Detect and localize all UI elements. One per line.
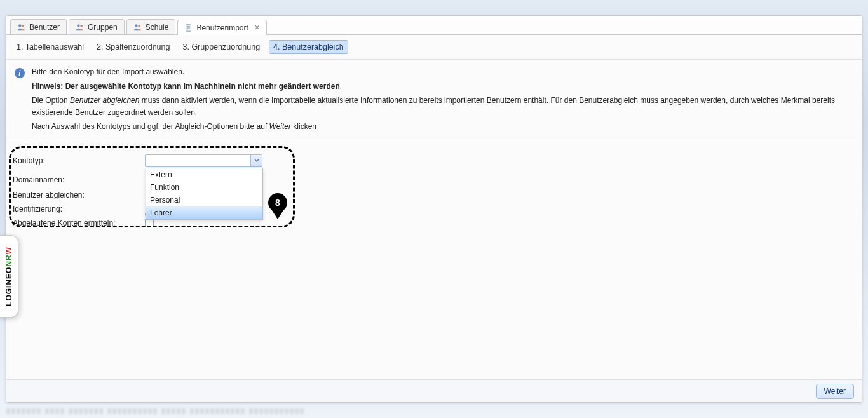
info-panel: i Bitte den Kontotyp für den Import ausw…	[6, 60, 862, 142]
info-line-1: Bitte den Kontotyp für den Import auswäh…	[32, 66, 854, 78]
row-abgleichen: Benutzer abgleichen:	[13, 191, 855, 199]
row-kontotyp: Kontotyp: Extern Funktion Personal Lehre…	[13, 151, 855, 170]
app-window: Benutzer Gruppen Schule Benutzerimport ✕…	[6, 15, 862, 403]
tab-label: Benutzerimport	[196, 24, 248, 32]
users-icon	[133, 23, 142, 32]
row-expired: Abgelaufene Konten ermitteln:	[13, 219, 855, 227]
option-lehrer[interactable]: Lehrer	[146, 206, 262, 219]
label-ident: Identifizierung:	[13, 205, 145, 213]
form-area: Kontotyp: Extern Funktion Personal Lehre…	[6, 142, 862, 245]
tab-bar: Benutzer Gruppen Schule Benutzerimport ✕	[6, 16, 862, 35]
tab-label: Schule	[146, 23, 169, 32]
tab-benutzerimport[interactable]: Benutzerimport ✕	[177, 20, 266, 35]
svg-rect-6	[186, 24, 191, 31]
svg-point-1	[22, 24, 24, 27]
wizard-steps: 1. Tabellenauswahl 2. Spaltenzuordnung 3…	[6, 35, 862, 60]
svg-point-5	[138, 24, 140, 27]
users-icon	[17, 23, 26, 32]
option-extern[interactable]: Extern	[146, 168, 262, 181]
kontotyp-input[interactable]	[146, 155, 250, 166]
chevron-down-icon[interactable]	[250, 155, 262, 166]
tab-benutzer[interactable]: Benutzer	[10, 19, 67, 34]
svg-point-3	[80, 24, 83, 27]
kontotyp-combo[interactable]: Extern Funktion Personal Lehrer	[145, 154, 262, 167]
doc-icon	[184, 24, 193, 32]
tab-label: Gruppen	[88, 23, 118, 32]
label-kontotyp: Kontotyp:	[13, 156, 145, 165]
info-line-2: Hinweis: Der ausgewählte Kontotyp kann i…	[32, 81, 854, 93]
users-icon	[76, 23, 85, 32]
kontotyp-dropdown: Extern Funktion Personal Lehrer	[146, 168, 263, 220]
wizard-step-3[interactable]: 3. Gruppenzuordnung	[179, 41, 264, 53]
tab-label: Benutzer	[29, 23, 60, 32]
row-ident: Identifizierung:	[13, 205, 855, 213]
logo-tab[interactable]: LOGINEONRW	[0, 235, 18, 318]
svg-point-2	[77, 24, 79, 27]
expired-checkbox[interactable]	[145, 219, 154, 227]
tab-schule[interactable]: Schule	[126, 19, 176, 34]
label-expired: Abgelaufene Konten ermitteln:	[13, 219, 145, 227]
info-text: Bitte den Kontotyp für den Import auswäh…	[32, 66, 854, 135]
wizard-step-2[interactable]: 2. Spaltenzuordnung	[93, 41, 173, 53]
option-funktion[interactable]: Funktion	[146, 181, 262, 194]
row-domain: Domainnamen:	[13, 175, 855, 184]
option-personal[interactable]: Personal	[146, 194, 262, 206]
blurred-status-line: ▮▮▮▮▮▮▮ ▮▮▮▮ ▮▮▮▮▮▮▮ ▮▮▮▮▮▮▮▮▮▮ ▮▮▮▮▮ ▮▮…	[6, 407, 305, 415]
logo-text: LOGINEONRW	[4, 246, 13, 306]
wizard-step-1[interactable]: 1. Tabellenauswahl	[13, 41, 88, 53]
svg-point-4	[135, 24, 137, 27]
label-abgleichen: Benutzer abgleichen:	[13, 191, 145, 199]
svg-point-0	[18, 24, 21, 27]
wizard-step-4[interactable]: 4. Benutzerabgleich	[269, 40, 348, 54]
label-domain: Domainnamen:	[13, 175, 145, 184]
info-icon: i	[14, 67, 25, 135]
info-line-3: Die Option Benutzer abgleichen muss dann…	[32, 95, 854, 118]
info-line-4: Nach Auswahl des Kontotyps und ggf. der …	[32, 121, 854, 133]
footer-bar: Weiter	[6, 379, 862, 402]
close-icon[interactable]: ✕	[254, 24, 260, 31]
tab-gruppen[interactable]: Gruppen	[69, 19, 125, 34]
weiter-button[interactable]: Weiter	[816, 384, 854, 399]
